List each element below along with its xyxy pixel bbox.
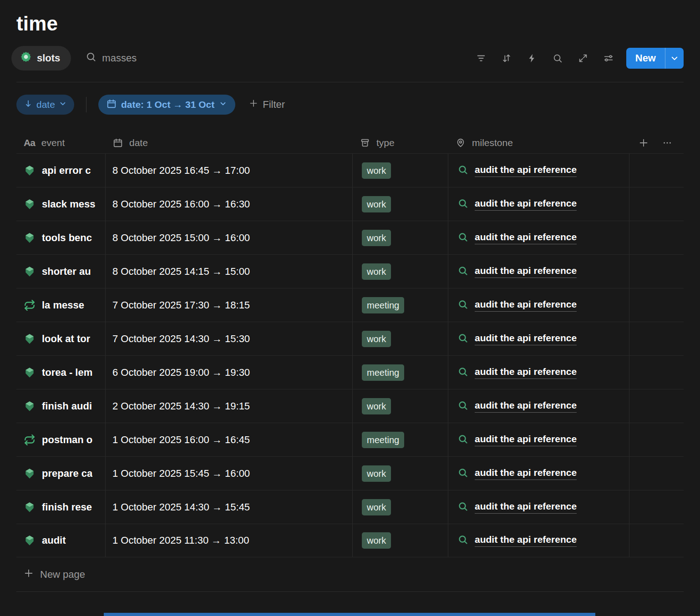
milestone-link[interactable]: audit the api reference <box>475 333 577 345</box>
type-cell[interactable]: work <box>353 389 448 423</box>
milestone-link[interactable]: audit the api reference <box>475 164 577 177</box>
event-cell[interactable]: audit <box>16 524 106 557</box>
table-row[interactable]: audit 1 October 2025 11:30 → 13:00 work … <box>16 524 684 557</box>
type-cell[interactable]: work <box>353 187 448 221</box>
type-cell[interactable]: work <box>353 490 448 524</box>
milestone-cell[interactable]: audit the api reference <box>448 423 629 456</box>
milestone-link[interactable]: audit the api reference <box>475 265 577 278</box>
milestone-cell[interactable]: audit the api reference <box>448 389 629 423</box>
expand-icon[interactable] <box>578 53 588 63</box>
date-cell[interactable]: 8 October 2025 16:45 → 17:00 <box>106 154 353 187</box>
tab-masses-label: masses <box>102 52 137 64</box>
milestone-link[interactable]: audit the api reference <box>475 232 577 244</box>
date-cell[interactable]: 1 October 2025 11:30 → 13:00 <box>106 524 353 557</box>
milestone-cell[interactable]: audit the api reference <box>448 221 629 254</box>
milestone-cell[interactable]: audit the api reference <box>448 356 629 389</box>
milestone-cell[interactable]: audit the api reference <box>448 288 629 322</box>
date-cell[interactable]: 1 October 2025 14:30 → 15:45 <box>106 490 353 524</box>
column-header-date[interactable]: date <box>106 137 353 148</box>
table-row[interactable]: tools benc 8 October 2025 15:00 → 16:00 … <box>16 221 684 254</box>
type-cell[interactable]: work <box>353 524 448 557</box>
column-header-event[interactable]: Aa event <box>16 137 106 148</box>
event-cell[interactable]: torea - lem <box>16 356 106 389</box>
date-filter-chip[interactable]: date: 1 Oct → 31 Oct <box>98 95 235 115</box>
new-button[interactable]: New <box>626 48 684 69</box>
date-cell[interactable]: 7 October 2025 14:30 → 15:30 <box>106 322 353 355</box>
add-column-button[interactable] <box>639 138 649 148</box>
filter-icon[interactable] <box>476 53 486 63</box>
event-cell[interactable]: tools benc <box>16 221 106 254</box>
milestone-cell[interactable]: audit the api reference <box>448 490 629 524</box>
type-cell[interactable]: work <box>353 154 448 187</box>
milestone-cell[interactable]: audit the api reference <box>448 457 629 490</box>
table-row[interactable]: shorter au 8 October 2025 14:15 → 15:00 … <box>16 254 684 288</box>
event-cell[interactable]: slack mess <box>16 187 106 221</box>
table-row[interactable]: torea - lem 6 October 2025 19:00 → 19:30… <box>16 355 684 389</box>
type-cell[interactable]: meeting <box>353 356 448 389</box>
event-name: audit <box>42 535 66 546</box>
sort-icon[interactable] <box>502 53 512 63</box>
table-row[interactable]: slack mess 8 October 2025 16:00 → 16:30 … <box>16 187 684 221</box>
type-cell[interactable]: meeting <box>353 423 448 456</box>
type-cell[interactable]: meeting <box>353 288 448 322</box>
table-row[interactable]: la messe 7 October 2025 17:30 → 18:15 me… <box>16 288 684 322</box>
column-header-milestone[interactable]: milestone <box>448 137 629 148</box>
settings-sliders-icon[interactable] <box>604 53 614 63</box>
new-page-button[interactable]: New page <box>16 557 684 592</box>
milestone-cell[interactable]: audit the api reference <box>448 255 629 288</box>
type-cell[interactable]: work <box>353 457 448 490</box>
milestone-cell[interactable]: audit the api reference <box>448 154 629 187</box>
event-cell[interactable]: look at tor <box>16 322 106 355</box>
milestone-cell[interactable]: audit the api reference <box>448 524 629 557</box>
milestone-link[interactable]: audit the api reference <box>475 501 577 514</box>
milestone-cell[interactable]: audit the api reference <box>448 322 629 355</box>
add-filter-button[interactable]: Filter <box>249 99 285 111</box>
column-header-type[interactable]: type <box>353 137 448 148</box>
tab-masses[interactable]: masses <box>86 51 137 65</box>
date-cell[interactable]: 8 October 2025 16:00 → 16:30 <box>106 187 353 221</box>
sort-chip[interactable]: date <box>16 95 74 115</box>
milestone-link[interactable]: audit the api reference <box>475 534 577 547</box>
milestone-cell[interactable]: audit the api reference <box>448 187 629 221</box>
type-cell[interactable]: work <box>353 221 448 254</box>
event-cell[interactable]: postman o <box>16 423 106 456</box>
chevron-down-icon <box>59 99 67 110</box>
event-cell[interactable]: api error c <box>16 154 106 187</box>
type-cell[interactable]: work <box>353 255 448 288</box>
lightning-icon[interactable] <box>527 53 537 63</box>
search-icon[interactable] <box>553 53 563 63</box>
milestone-link[interactable]: audit the api reference <box>475 299 577 312</box>
table-options-icon[interactable] <box>662 138 672 148</box>
table-row[interactable]: api error c 8 October 2025 16:45 → 17:00… <box>16 153 684 187</box>
table-row[interactable]: prepare ca 1 October 2025 15:45 → 16:00 … <box>16 456 684 490</box>
date-cell[interactable]: 8 October 2025 14:15 → 15:00 <box>106 255 353 288</box>
date-cell[interactable]: 7 October 2025 17:30 → 18:15 <box>106 288 353 322</box>
table-row[interactable]: postman o 1 October 2025 16:00 → 16:45 m… <box>16 423 684 456</box>
horizontal-scrollbar[interactable] <box>104 613 595 616</box>
event-cell[interactable]: la messe <box>16 288 106 322</box>
milestone-link[interactable]: audit the api reference <box>475 434 577 446</box>
table-row[interactable]: finish rese 1 October 2025 14:30 → 15:45… <box>16 490 684 524</box>
type-cell[interactable]: work <box>353 322 448 355</box>
date-cell[interactable]: 1 October 2025 15:45 → 16:00 <box>106 457 353 490</box>
date-cell[interactable]: 1 October 2025 16:00 → 16:45 <box>106 423 353 456</box>
date-cell[interactable]: 8 October 2025 15:00 → 16:00 <box>106 221 353 254</box>
date-cell[interactable]: 2 October 2025 14:30 → 19:15 <box>106 389 353 423</box>
event-cell[interactable]: finish rese <box>16 490 106 524</box>
milestone-link[interactable]: audit the api reference <box>475 198 577 211</box>
event-cell[interactable]: finish audi <box>16 389 106 423</box>
date-cell[interactable]: 6 October 2025 19:00 → 19:30 <box>106 356 353 389</box>
milestone-link[interactable]: audit the api reference <box>475 366 577 379</box>
table-row[interactable]: finish audi 2 October 2025 14:30 → 19:15… <box>16 389 684 423</box>
table-row[interactable]: look at tor 7 October 2025 14:30 → 15:30… <box>16 322 684 355</box>
add-filter-label: Filter <box>263 99 285 111</box>
new-button-label[interactable]: New <box>626 48 665 69</box>
new-dropdown-button[interactable] <box>665 48 684 69</box>
date-range: 8 October 2025 16:45 → 17:00 <box>112 165 250 177</box>
column-label-event: event <box>41 137 65 148</box>
event-cell[interactable]: shorter au <box>16 255 106 288</box>
tab-slots[interactable]: slots <box>11 46 71 71</box>
event-cell[interactable]: prepare ca <box>16 457 106 490</box>
milestone-link[interactable]: audit the api reference <box>475 467 577 480</box>
milestone-link[interactable]: audit the api reference <box>475 400 577 413</box>
